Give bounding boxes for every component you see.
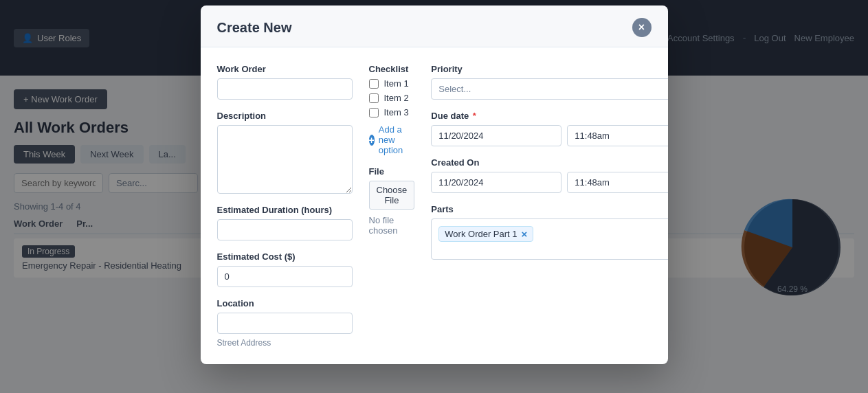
priority-group: Priority Select... Low Medium High Criti…: [431, 64, 667, 100]
street-address-label: Street Address: [217, 338, 353, 348]
modal-header: Create New ×: [201, 5, 668, 47]
priority-select-wrapper: Select... Low Medium High Critical ▾: [431, 78, 667, 100]
work-order-group: Work Order: [217, 64, 353, 100]
parts-label: Parts: [431, 204, 667, 214]
location-group: Location Street Address: [217, 298, 353, 348]
remove-part-1-button[interactable]: ×: [522, 229, 528, 239]
estimated-duration-group: Estimated Duration (hours): [217, 205, 353, 240]
estimated-cost-input[interactable]: [217, 266, 353, 287]
checklist-item-2[interactable]: Item 2: [369, 93, 415, 103]
part-tag-1: Work Order Part 1 ×: [438, 226, 533, 242]
add-icon: +: [369, 135, 375, 146]
checklist-items: Item 1 Item 2 Item 3: [369, 78, 415, 117]
checklist-item-1[interactable]: Item 1: [369, 78, 415, 89]
due-date-time-input[interactable]: [567, 125, 667, 146]
created-on-group: Created On: [431, 157, 667, 193]
due-date-label: Due date *: [431, 111, 667, 121]
created-on-inputs: [431, 172, 667, 193]
description-label: Description: [217, 111, 353, 121]
priority-label: Priority: [431, 64, 667, 74]
required-indicator: *: [473, 111, 476, 121]
parts-container[interactable]: Work Order Part 1 ×: [431, 218, 667, 260]
modal-body: Work Order Description Estimated Duratio…: [201, 47, 668, 364]
estimated-cost-label: Estimated Cost ($): [217, 251, 353, 262]
work-order-label: Work Order: [217, 64, 353, 74]
file-group: File Choose File No file chosen: [369, 166, 415, 236]
modal-overlay: Create New × Work Order Description Esti…: [0, 0, 868, 393]
file-input-section: Choose File No file chosen: [369, 181, 415, 236]
add-option-button[interactable]: + Add a new option: [369, 124, 415, 155]
form-column-2: Checklist Item 1 Item 2 Item 3: [369, 64, 415, 348]
checklist-checkbox-1[interactable]: [369, 79, 379, 89]
checklist-item-3[interactable]: Item 3: [369, 107, 415, 117]
due-date-group: Due date *: [431, 111, 667, 146]
modal-title: Create New: [217, 20, 292, 36]
form-column-1: Work Order Description Estimated Duratio…: [217, 64, 353, 348]
estimated-cost-group: Estimated Cost ($): [217, 251, 353, 287]
create-new-modal: Create New × Work Order Description Esti…: [201, 5, 668, 364]
priority-select[interactable]: Select... Low Medium High Critical: [431, 78, 667, 100]
created-on-date-input[interactable]: [431, 172, 561, 193]
choose-file-button[interactable]: Choose File: [369, 181, 415, 210]
due-date-date-input[interactable]: [431, 125, 561, 146]
estimated-duration-label: Estimated Duration (hours): [217, 205, 353, 215]
location-label: Location: [217, 298, 353, 308]
checklist-group: Checklist Item 1 Item 2 Item 3: [369, 64, 415, 155]
checklist-label: Checklist: [369, 64, 415, 74]
due-date-inputs: [431, 125, 667, 146]
description-group: Description: [217, 111, 353, 194]
checklist-checkbox-2[interactable]: [369, 93, 379, 103]
location-input[interactable]: [217, 313, 353, 334]
created-on-time-input[interactable]: [567, 172, 667, 193]
created-on-label: Created On: [431, 157, 667, 168]
work-order-input[interactable]: [217, 78, 353, 100]
estimated-duration-input[interactable]: [217, 219, 353, 240]
parts-group: Parts Work Order Part 1 ×: [431, 204, 667, 260]
form-column-3: Priority Select... Low Medium High Criti…: [431, 64, 667, 348]
modal-close-button[interactable]: ×: [632, 18, 652, 37]
description-textarea[interactable]: [217, 125, 353, 194]
checklist-checkbox-3[interactable]: [369, 108, 379, 117]
file-label: File: [369, 166, 415, 177]
no-file-text: No file chosen: [369, 215, 415, 236]
